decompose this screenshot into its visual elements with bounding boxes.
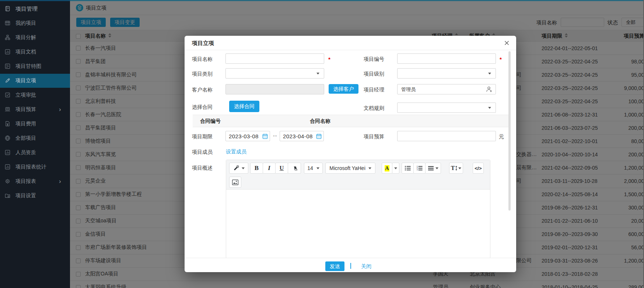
svg-text:3: 3 bbox=[417, 169, 418, 171]
